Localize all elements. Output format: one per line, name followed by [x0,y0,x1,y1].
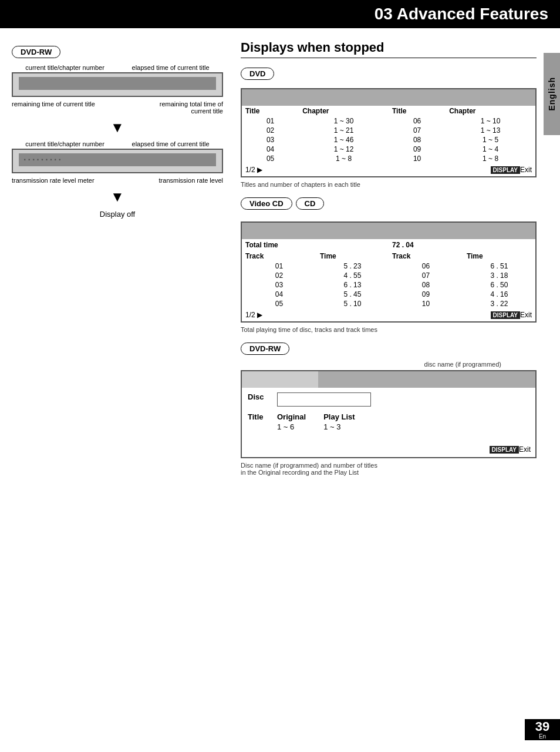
dvd-badge: DVD [241,68,274,80]
dvd-table-row: 05 1 ~ 8 10 1 ~ 8 [242,154,535,163]
page-title: 03 Advanced Features [375,5,548,23]
dvd-table: Title Chapter Title Chapter 01 1 ~ 30 06… [241,88,537,177]
vcd-tr1: 04 [242,290,316,299]
dvdrw-badge-right: DVD-RW [241,343,289,355]
vcd-tr2: 08 [389,280,463,290]
page-header: 03 Advanced Features [0,0,560,28]
vcd-table-footer: 1/2 ▶ DISPLAYExit [242,308,535,321]
vcd-tr1: 03 [242,280,316,290]
label-transmission-meter: transmission rate level meter [12,177,95,184]
label-remaining-current: remaining time of current title [12,100,95,115]
dvd-c1: 1 ~ 21 [299,126,389,135]
dvdrw-original-label: Original [277,412,306,421]
dvdrw-title-info: Original 1 ~ 6 Play List 1 ~ 3 [277,412,355,431]
vcd-ti1: 5 . 23 [316,261,389,271]
dvdrw-disc-row: Disc [248,392,529,407]
vcd-ti2: 3 . 18 [463,271,535,280]
arrow-1: ▼ [12,119,223,136]
dvdrw-original-value: 1 ~ 6 [277,422,306,431]
dvdrw-display-btn[interactable]: DISPLAY [490,446,519,454]
vcd-tr1: 01 [242,261,316,271]
vcd-display-exit: DISPLAYExit [491,311,532,319]
dvd-display-btn[interactable]: DISPLAY [491,166,520,174]
dvd-t1: 04 [242,145,299,154]
dvd-col-chapter1: Chapter [299,106,389,116]
disc-name-note: disc name (if programmed) [241,361,537,368]
dvd-table-footer: 1/2 ▶ DISPLAYExit [242,163,535,176]
vcd-exit-label[interactable]: Exit [520,311,532,319]
dvdrw-title-details: Original 1 ~ 6 Play List 1 ~ 3 [277,412,355,431]
vcd-col-time2: Time [463,251,535,261]
page-number: 39 [535,720,549,733]
sidebar-label: English [547,77,556,111]
total-time-value: 72 . 04 [389,239,535,251]
vcd-table-row: 04 5 . 45 09 4 . 16 [242,290,535,299]
dvd-c1: 1 ~ 30 [299,116,389,126]
videocd-badges: Video CD CD [241,197,537,216]
dvd-t1: 01 [242,116,299,126]
page-en: En [539,733,546,740]
videocd-table-header [242,223,535,239]
label-current-title-2: current title/chapter number [25,140,104,147]
vcd-ti1: 6 . 13 [316,280,389,290]
dvd-table-row: 02 1 ~ 21 07 1 ~ 13 [242,126,535,135]
total-time-label: Total time [242,239,389,251]
dvdrw-exit-label[interactable]: Exit [519,445,531,454]
vcd-footer-page: 1/2 ▶ [245,311,262,319]
dvdrw-footer: DISPLAYExit [242,442,535,457]
label-elapsed-1: elapsed time of current title [132,64,210,71]
vcd-ti1: 5 . 10 [316,299,389,308]
label-remaining-total: remaining total time of current title [153,100,223,115]
vcd-ti2: 6 . 50 [463,280,535,290]
vcd-ti1: 4 . 55 [316,271,389,280]
dvd-t2: 10 [389,154,446,163]
dvd-t2: 07 [389,126,446,135]
vcd-table-row: 03 6 . 13 08 6 . 50 [242,280,535,290]
cd-badge: CD [296,197,325,210]
dvd-c1: 1 ~ 12 [299,145,389,154]
dvd-c1: 1 ~ 8 [299,154,389,163]
vcd-tr2: 10 [389,299,463,308]
dvdrw-caption: Disc name (if programmed) and number of … [241,462,537,476]
dvdrw-title-row: Title Original 1 ~ 6 Play List 1 ~ 3 [248,412,529,431]
dvd-exit-label[interactable]: Exit [520,166,532,174]
dvd-table-header [242,89,535,106]
vcd-display-btn[interactable]: DISPLAY [491,311,520,319]
dvdrw-title-label: Title [248,412,277,421]
dvd-footer-page: 1/2 ▶ [245,166,262,174]
vcd-table-row: 01 5 . 23 06 6 . 51 [242,261,535,271]
english-tab: English [544,53,560,135]
dots-indicator: ········· [23,155,63,165]
dvdrw-section-right: DVD-RW disc name (if programmed) Disc Ti… [241,343,537,476]
dvd-caption: Titles and number of chapters in each ti… [241,181,537,188]
screen-box-2: ········· [12,149,223,173]
vcd-col-track1: Track [242,251,316,261]
dvd-t2: 06 [389,116,446,126]
vcd-col-time1: Time [316,251,389,261]
dvdrw-badge-left: DVD-RW [12,46,60,58]
dvdrw-playlist-label: Play List [323,412,355,421]
dvd-section: DVD Title Chapter Title Chapter 01 1 ~ 3… [241,68,537,188]
dvd-col-chapter2: Chapter [446,106,535,116]
dvd-col-title2: Title [389,106,446,116]
label-transmission-level: transmission rate level [159,177,223,184]
dvdrw-disc-label: Disc [248,392,277,401]
arrow-2: ▼ [12,189,223,205]
dvd-t1: 05 [242,154,299,163]
dvd-c2: 1 ~ 10 [446,116,535,126]
dvdrw-disc-input [277,392,371,407]
dvdrw-playlist-value: 1 ~ 3 [323,422,355,431]
vcd-ti2: 3 . 22 [463,299,535,308]
vcd-tr1: 05 [242,299,316,308]
vcd-tr2: 06 [389,261,463,271]
videocd-badge: Video CD [241,197,292,210]
dvdrw-screen-header [242,371,535,388]
dvd-c2: 1 ~ 5 [446,135,535,145]
dvd-c1: 1 ~ 46 [299,135,389,145]
dvdrw-playlist: Play List 1 ~ 3 [323,412,355,431]
dvd-col-title1: Title [242,106,299,116]
dvdrw-diagram: DVD-RW current title/chapter number elap… [12,46,223,219]
dvd-t1: 02 [242,126,299,135]
dvd-t2: 09 [389,145,446,154]
vcd-table-row: 02 4 . 55 07 3 . 18 [242,271,535,280]
